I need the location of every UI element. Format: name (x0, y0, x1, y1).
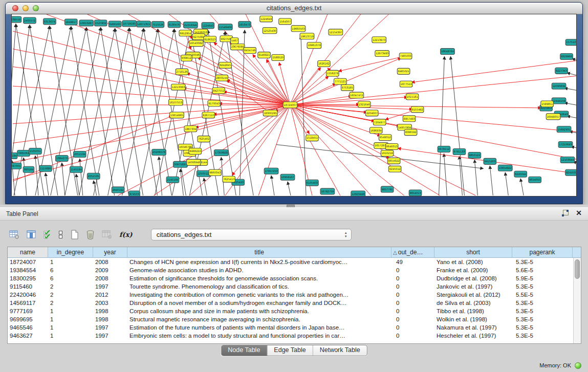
graph-node[interactable]: 1599851 (541, 101, 554, 107)
tab-edge-table[interactable]: Edge Table (267, 345, 312, 356)
graph-node[interactable]: 939184 (12, 152, 17, 159)
graph-node[interactable]: 9170043 (208, 100, 221, 106)
graph-node[interactable]: 20206576 (152, 149, 166, 156)
column-header-pagerank[interactable]: pagerank (512, 247, 573, 257)
column-header-short[interactable]: short (434, 247, 512, 257)
graph-node[interactable]: 12093832 (552, 83, 566, 89)
window-titlebar[interactable]: citations_edges.txt (6, 3, 582, 14)
graph-node[interactable]: 1867334 (184, 126, 197, 132)
graph-node[interactable]: 1626162 (318, 60, 331, 67)
close-panel-icon[interactable]: ✕ (576, 210, 582, 216)
graph-node[interactable]: 8549312 (379, 135, 391, 141)
table-row[interactable]: 2242004622012Investigating the contribut… (8, 291, 581, 299)
graph-node[interactable]: 10654922 (498, 165, 512, 171)
graph-node[interactable]: 7771121 (334, 78, 347, 84)
graph-node[interactable]: 2204007 (365, 110, 378, 116)
graph-node[interactable]: 8791133 (453, 149, 466, 155)
graph-node[interactable]: 8427552 (212, 87, 225, 94)
graph-node[interactable]: 9275084 (192, 34, 205, 40)
graph-node[interactable]: 2051535 (87, 173, 100, 179)
graph-node[interactable]: 939612 (181, 55, 192, 61)
graph-node[interactable]: 12154397 (329, 29, 343, 35)
graph-node[interactable]: 9857791 (381, 186, 394, 192)
new-table-button[interactable] (71, 230, 79, 239)
graph-node[interactable]: 12444159 (552, 98, 566, 104)
graph-node[interactable]: 1505051 (29, 148, 42, 155)
graph-node[interactable]: 1015181 (406, 94, 419, 100)
graph-node[interactable]: 8654013 (409, 190, 422, 196)
graph-node[interactable]: 1145194 (70, 166, 82, 172)
graph-node[interactable]: 1610219 (381, 150, 394, 157)
table-row[interactable]: 1830029562008Estimation of significance … (8, 274, 581, 282)
scrollbar-thumb[interactable] (575, 259, 580, 279)
show-columns-button[interactable] (27, 230, 36, 238)
graph-node[interactable]: 9155492 (411, 106, 424, 113)
graph-node[interactable]: 1115686 (39, 165, 52, 171)
graph-node[interactable]: 2718126 (176, 69, 188, 75)
graph-node[interactable]: 12525430 (263, 28, 277, 34)
select-rows-button[interactable] (43, 230, 51, 239)
graph-node[interactable]: 10958107 (280, 174, 295, 180)
tab-node-table[interactable]: Node Table (221, 345, 267, 356)
table-row[interactable]: 1938455462009Genome-wide association stu… (8, 266, 581, 274)
table-row[interactable]: 946362711997Embryonic stem cells: a mode… (8, 332, 581, 340)
graph-node[interactable]: 1518451 (306, 135, 319, 141)
graph-node[interactable]: 8912954 (179, 30, 192, 36)
graph-node[interactable]: 12213383 (171, 84, 186, 90)
graph-node[interactable]: 7485033 (399, 53, 412, 59)
graph-node[interactable]: 1653473 (238, 21, 251, 28)
graph-node[interactable]: 8313074 (43, 18, 56, 25)
graph-node[interactable]: 9146821 (258, 52, 271, 58)
vertical-scrollbar[interactable] (573, 258, 581, 343)
graph-node[interactable]: 9498222 (189, 148, 202, 155)
graph-node[interactable]: 8186323 (204, 36, 216, 42)
graph-node[interactable]: 393184 (23, 166, 34, 172)
graph-node[interactable]: 2051534 (73, 151, 86, 157)
graph-node[interactable]: 239558 (12, 16, 21, 23)
graph-node[interactable]: 9245012 (388, 166, 401, 172)
table-row[interactable]: 1872400712008Changes of HCN gene express… (8, 258, 581, 266)
table-row[interactable]: 977716911998Corpus callosum shape and si… (8, 307, 581, 315)
graph-node[interactable]: 1588520 (272, 55, 285, 61)
graph-node[interactable]: 9860343 (209, 169, 222, 176)
graph-node[interactable]: 8654922 (387, 158, 400, 164)
graph-node[interactable]: 8454749 (244, 48, 256, 54)
graph-node[interactable]: 9245033 (565, 169, 576, 176)
graph-node[interactable]: 2405572 (24, 17, 36, 24)
table-settings-button[interactable] (9, 230, 19, 239)
graph-node[interactable]: 16107553 (169, 99, 183, 105)
graph-node[interactable]: 11548408 (218, 24, 232, 30)
graph-node[interactable]: 1224649 (260, 16, 273, 22)
graph-node[interactable]: 16961379 (307, 42, 321, 49)
graph-node[interactable]: 9227343 (555, 68, 568, 74)
graph-node[interactable]: 18724007 (283, 102, 297, 108)
graph-node[interactable]: 2640192 (112, 187, 124, 193)
graph-node[interactable]: 1564307 (279, 18, 292, 25)
graph-node[interactable]: 1558279 (326, 70, 339, 76)
graph-node[interactable]: 1848817 (64, 19, 77, 25)
graph-node[interactable]: 9245044 (514, 171, 527, 177)
graph-node[interactable]: 17359928 (214, 150, 228, 156)
graph-node[interactable]: 9242845 (219, 62, 232, 68)
graph-node[interactable]: 974503 (129, 191, 140, 196)
graph-node[interactable]: 18300295 (263, 110, 277, 116)
graph-node[interactable]: 30975887 (173, 161, 188, 167)
graph-node[interactable]: 1224643 (202, 23, 214, 29)
graph-node[interactable]: 9329966 (560, 54, 573, 60)
graph-node[interactable]: 7625413 (223, 176, 235, 182)
graph-node[interactable]: 8649313 (385, 144, 398, 150)
graph-node[interactable]: 10654985 (170, 112, 184, 118)
graph-node[interactable]: 5467 (231, 38, 238, 44)
graph-node[interactable]: 2803144 (215, 75, 228, 81)
graph-node[interactable]: 16047472 (350, 92, 364, 98)
graph-node[interactable]: 887001 (12, 163, 21, 169)
float-panel-icon[interactable] (562, 210, 569, 216)
graph-node[interactable]: 19613719 (300, 33, 314, 39)
graph-node[interactable]: 16782759 (320, 188, 335, 194)
graph-node[interactable]: 6679112 (438, 146, 450, 152)
delete-table-button[interactable] (86, 230, 95, 239)
graph-node[interactable]: 9850122 (468, 152, 481, 158)
graph-node[interactable]: 12923448 (351, 191, 365, 196)
table-row[interactable]: 1456911722003Disruption of a novel membe… (8, 299, 581, 307)
graph-node[interactable]: 8753185 (341, 84, 354, 91)
